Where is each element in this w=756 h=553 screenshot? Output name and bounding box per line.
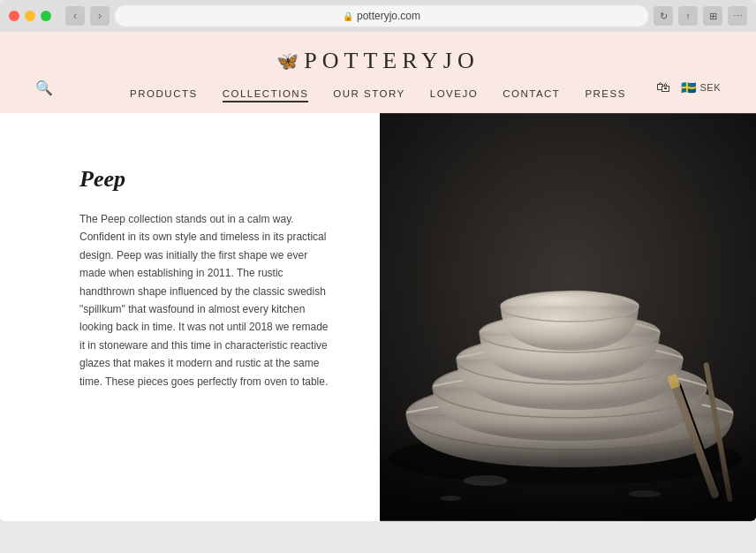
currency-label: SEK xyxy=(699,82,721,93)
collection-description: The Peep collection stands out in a calm… xyxy=(79,210,336,390)
url-text: potteryjo.com xyxy=(357,10,420,22)
website: 🦋 POTTERYJO 🔍 PRODUCTS COLLECTIONS OUR S… xyxy=(0,32,756,521)
reload-button[interactable]: ↻ xyxy=(654,6,673,26)
nav-right: 🛍 🇸🇪 SEK xyxy=(656,80,721,95)
nav-link-products[interactable]: PRODUCTS xyxy=(130,88,198,99)
search-icon[interactable]: 🔍 xyxy=(35,80,53,95)
nav-item-products[interactable]: PRODUCTS xyxy=(130,85,198,101)
content-left: Peep The Peep collection stands out in a… xyxy=(0,113,380,521)
share-button[interactable]: ↑ xyxy=(678,6,698,26)
svg-point-20 xyxy=(440,496,461,501)
collection-title: Peep xyxy=(79,166,336,193)
bowls-illustration xyxy=(380,113,756,521)
address-bar[interactable]: 🔒 potteryjo.com xyxy=(115,5,648,27)
browser-nav: ‹ › xyxy=(65,6,110,26)
back-button[interactable]: ‹ xyxy=(65,6,85,26)
site-nav: 🔍 PRODUCTS COLLECTIONS OUR STORY LOVEJO … xyxy=(0,85,756,113)
site-main: Peep The Peep collection stands out in a… xyxy=(0,113,756,521)
site-header: 🦋 POTTERYJO 🔍 PRODUCTS COLLECTIONS OUR S… xyxy=(0,32,756,113)
svg-point-18 xyxy=(464,475,508,486)
browser-titlebar: ‹ › 🔒 potteryjo.com ↻ ↑ ⊞ ⋯ xyxy=(0,0,756,32)
nav-links: PRODUCTS COLLECTIONS OUR STORY LOVEJO CO… xyxy=(130,85,626,101)
content-right xyxy=(380,113,756,521)
logo-row: 🦋 POTTERYJO xyxy=(0,32,756,85)
flag-icon: 🇸🇪 xyxy=(681,80,697,95)
nav-link-our-story[interactable]: OUR STORY xyxy=(333,88,404,99)
nav-link-lovejo[interactable]: LOVEJO xyxy=(430,88,478,99)
lock-icon: 🔒 xyxy=(343,11,353,21)
toolbar-right: ↻ ↑ ⊞ ⋯ xyxy=(654,6,747,26)
nav-item-press[interactable]: PRESS xyxy=(585,85,626,101)
nav-item-collections[interactable]: COLLECTIONS xyxy=(223,85,309,101)
language-selector[interactable]: 🇸🇪 SEK xyxy=(681,80,721,95)
nav-link-contact[interactable]: CONTACT xyxy=(503,88,560,99)
more-button[interactable]: ⋯ xyxy=(728,6,747,26)
nav-link-collections[interactable]: COLLECTIONS xyxy=(223,88,309,102)
site-logo[interactable]: POTTERYJO xyxy=(304,48,479,74)
browser-chrome: ‹ › 🔒 potteryjo.com ↻ ↑ ⊞ ⋯ xyxy=(0,0,756,32)
forward-button[interactable]: › xyxy=(90,6,110,26)
cart-icon[interactable]: 🛍 xyxy=(656,80,670,95)
nav-item-lovejo[interactable]: LOVEJO xyxy=(430,85,478,101)
svg-rect-17 xyxy=(380,423,756,520)
close-button[interactable] xyxy=(9,11,19,21)
tabs-button[interactable]: ⊞ xyxy=(703,6,722,26)
minimize-button[interactable] xyxy=(25,11,35,21)
svg-point-19 xyxy=(629,490,661,497)
nav-left: 🔍 xyxy=(35,80,53,96)
nav-item-contact[interactable]: CONTACT xyxy=(503,85,560,101)
butterfly-icon: 🦋 xyxy=(276,50,299,72)
product-image xyxy=(380,113,756,521)
nav-link-press[interactable]: PRESS xyxy=(585,88,626,99)
nav-item-our-story[interactable]: OUR STORY xyxy=(333,85,404,101)
maximize-button[interactable] xyxy=(41,11,51,21)
